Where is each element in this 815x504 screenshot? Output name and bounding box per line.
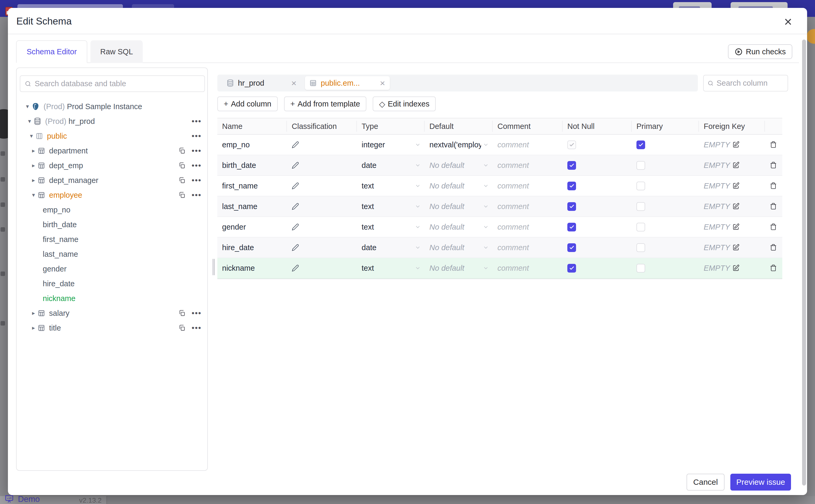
add-from-template-button[interactable]: + Add from template (284, 96, 366, 111)
tab-chip-public-employee[interactable]: public.em... × (305, 76, 390, 90)
tree-column-gender[interactable]: gender (17, 261, 207, 276)
chevron-right-icon[interactable]: ▸ (30, 177, 37, 184)
edit-icon[interactable] (732, 203, 740, 210)
close-icon[interactable]: × (380, 79, 385, 88)
close-icon[interactable]: × (291, 79, 296, 88)
edit-indexes-button[interactable]: ◇ Edit indexes (373, 96, 436, 111)
tree-search-input[interactable] (35, 79, 200, 88)
comment-input[interactable]: comment (493, 161, 563, 170)
tree-item-hr-prod[interactable]: ▾ (Prod) hr_prod ••• (17, 114, 207, 129)
not-null-checkbox[interactable] (567, 202, 576, 211)
tree-column-emp-no[interactable]: emp_no (17, 202, 207, 217)
trash-icon[interactable] (770, 141, 777, 148)
edit-icon[interactable] (732, 223, 740, 231)
pencil-icon[interactable] (292, 162, 299, 169)
type-select[interactable]: text (357, 182, 425, 190)
more-actions-icon[interactable]: ••• (191, 176, 201, 185)
tab-chip-hr-prod[interactable]: hr_prod × (222, 76, 301, 90)
edit-icon[interactable] (732, 182, 740, 190)
panel-resize-handle[interactable] (212, 259, 215, 275)
column-name-cell[interactable]: gender (217, 223, 287, 231)
default-select[interactable]: No default (425, 202, 493, 211)
copy-icon[interactable] (178, 162, 186, 169)
pencil-icon[interactable] (292, 264, 299, 272)
comment-input[interactable]: comment (493, 264, 563, 273)
trash-icon[interactable] (770, 203, 777, 210)
close-icon[interactable]: × (781, 15, 795, 28)
add-column-button[interactable]: + Add column (217, 96, 278, 111)
classification-cell[interactable] (287, 162, 357, 169)
run-checks-button[interactable]: Run checks (728, 44, 792, 59)
not-null-checkbox[interactable] (567, 161, 576, 170)
primary-checkbox[interactable] (637, 202, 645, 211)
tree-item-salary[interactable]: ▸ salary ••• (17, 306, 207, 321)
primary-checkbox[interactable] (637, 243, 645, 252)
type-select[interactable]: text (357, 223, 425, 231)
modal-scrollbar[interactable] (802, 40, 806, 486)
tree-item-department[interactable]: ▸ department ••• (17, 143, 207, 158)
pencil-icon[interactable] (292, 182, 299, 190)
copy-icon[interactable] (178, 309, 186, 317)
default-select[interactable]: nextval('employ (425, 140, 493, 149)
default-select[interactable]: No default (425, 161, 493, 170)
type-select[interactable]: integer (357, 140, 425, 149)
pencil-icon[interactable] (292, 223, 299, 231)
not-null-checkbox[interactable] (567, 140, 576, 149)
edit-icon[interactable] (732, 264, 740, 272)
more-actions-icon[interactable]: ••• (191, 161, 201, 170)
classification-cell[interactable] (287, 203, 357, 210)
tree-item-dept-manager[interactable]: ▸ dept_manager ••• (17, 173, 207, 188)
comment-input[interactable]: comment (493, 202, 563, 211)
default-select[interactable]: No default (425, 182, 493, 190)
primary-checkbox[interactable] (637, 140, 645, 149)
classification-cell[interactable] (287, 182, 357, 190)
preview-issue-button[interactable]: Preview issue (730, 474, 791, 491)
comment-input[interactable]: comment (493, 243, 563, 252)
copy-icon[interactable] (178, 324, 186, 332)
copy-icon[interactable] (178, 147, 186, 154)
type-select[interactable]: date (357, 243, 425, 252)
more-actions-icon[interactable]: ••• (191, 117, 201, 126)
tree-item-instance[interactable]: ▾ (Prod) Prod Sample Instance (17, 99, 207, 114)
chevron-down-icon[interactable]: ▾ (27, 133, 35, 139)
column-name-cell[interactable]: first_name (217, 182, 287, 190)
chevron-down-icon[interactable]: ▾ (30, 192, 37, 198)
classification-cell[interactable] (287, 244, 357, 251)
trash-icon[interactable] (770, 264, 777, 272)
edit-icon[interactable] (732, 244, 740, 251)
more-actions-icon[interactable]: ••• (191, 309, 201, 318)
more-actions-icon[interactable]: ••• (191, 323, 201, 332)
default-select[interactable]: No default (425, 264, 493, 273)
more-actions-icon[interactable]: ••• (191, 146, 201, 155)
default-select[interactable]: No default (425, 243, 493, 252)
copy-icon[interactable] (178, 191, 186, 199)
column-name-cell[interactable]: hire_date (217, 243, 287, 252)
chevron-right-icon[interactable]: ▸ (30, 324, 37, 331)
type-select[interactable]: text (357, 202, 425, 211)
tree-column-last-name[interactable]: last_name (17, 247, 207, 261)
chevron-down-icon[interactable]: ▾ (26, 118, 33, 125)
tree-column-hire-date[interactable]: hire_date (17, 276, 207, 291)
edit-icon[interactable] (732, 141, 740, 148)
chevron-right-icon[interactable]: ▸ (30, 310, 37, 317)
classification-cell[interactable] (287, 141, 357, 148)
tree-item-employee[interactable]: ▾ employee ••• (17, 188, 207, 202)
column-search-box[interactable] (703, 75, 788, 91)
not-null-checkbox[interactable] (567, 182, 576, 190)
primary-checkbox[interactable] (637, 161, 645, 170)
tree-item-title[interactable]: ▸ title ••• (17, 321, 207, 335)
type-select[interactable]: text (357, 264, 425, 273)
classification-cell[interactable] (287, 264, 357, 272)
not-null-checkbox[interactable] (567, 264, 576, 273)
more-actions-icon[interactable]: ••• (191, 191, 201, 200)
chevron-right-icon[interactable]: ▸ (30, 162, 37, 169)
not-null-checkbox[interactable] (567, 223, 576, 231)
pencil-icon[interactable] (292, 203, 299, 210)
trash-icon[interactable] (770, 162, 777, 169)
primary-checkbox[interactable] (637, 223, 645, 231)
edit-icon[interactable] (732, 162, 740, 169)
column-search-input[interactable] (717, 79, 784, 88)
chevron-down-icon[interactable]: ▾ (23, 103, 31, 110)
trash-icon[interactable] (770, 244, 777, 251)
comment-input[interactable]: comment (493, 182, 563, 190)
